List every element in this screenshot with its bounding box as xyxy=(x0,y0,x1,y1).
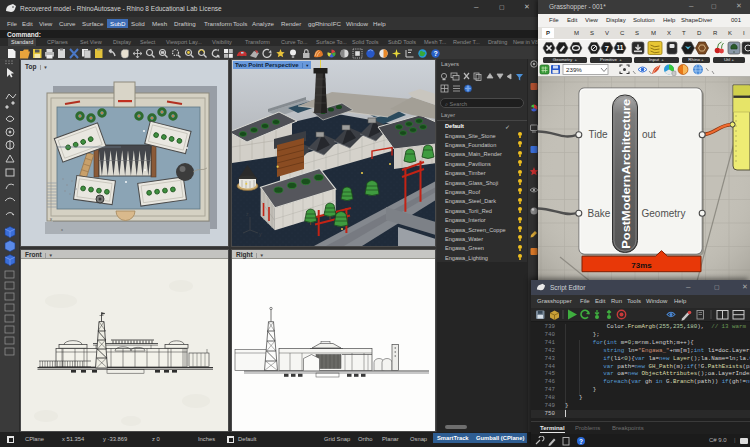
svg-text:x: x xyxy=(61,227,63,232)
svg-text:Tide: Tide xyxy=(589,129,609,140)
svg-text:Bake: Bake xyxy=(588,208,611,219)
svg-text:?: ? xyxy=(434,50,438,57)
svg-text:239%: 239% xyxy=(566,66,582,73)
svg-text:PostModernArchitecture: PostModernArchitecture xyxy=(621,98,632,249)
svg-text:7: 7 xyxy=(605,44,609,53)
svg-text:?: ? xyxy=(579,438,583,445)
svg-text:y: y xyxy=(50,216,52,221)
svg-text:Geometry: Geometry xyxy=(642,208,686,219)
svg-text:out: out xyxy=(642,129,656,140)
svg-text:11: 11 xyxy=(617,44,624,51)
svg-text:73ms: 73ms xyxy=(631,261,652,270)
